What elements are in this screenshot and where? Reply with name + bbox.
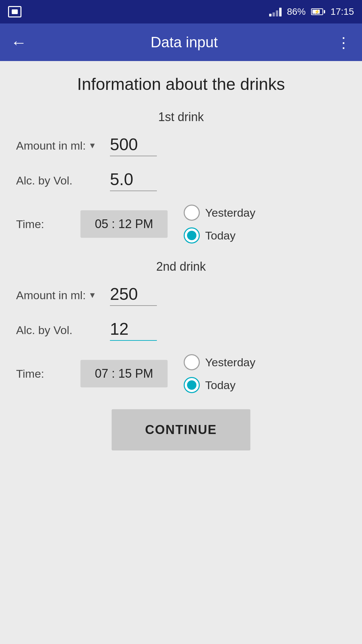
drink2-time-row: Time: 07 : 15 PM Yesterday Today [16, 354, 346, 393]
back-button[interactable]: ← [11, 31, 32, 54]
drink2-amount-row: Amount in ml: ▼ 250 [16, 284, 346, 306]
drink2-alc-input-wrap: 12 [110, 319, 346, 341]
menu-button[interactable]: ⋮ [336, 34, 351, 51]
drink1-yesterday-label: Yesterday [205, 206, 255, 219]
drink2-label: 2nd drink [16, 260, 346, 274]
status-time: 17:15 [330, 6, 354, 17]
battery-bolt: ⚡ [314, 9, 320, 14]
drink2-amount-value[interactable]: 250 [110, 284, 157, 306]
drink1-time-row: Time: 05 : 12 PM Yesterday Today [16, 205, 346, 244]
drink2-today-radio-inner [187, 380, 196, 390]
drink2-section: 2nd drink Amount in ml: ▼ 250 Alc. by Vo… [16, 260, 346, 393]
drink1-day-radio-group: Yesterday Today [184, 205, 255, 244]
continue-button[interactable]: CONTINUE [112, 409, 250, 450]
drink1-today-radio[interactable] [184, 227, 200, 244]
section-title: Information about the drinks [16, 74, 346, 94]
drink1-yesterday-radio[interactable] [184, 205, 200, 221]
app-bar: ← Data input ⋮ [0, 23, 362, 61]
drink1-today-radio-inner [187, 231, 196, 240]
status-bar: 86% ⚡ 17:15 [0, 0, 362, 23]
drink2-today-option[interactable]: Today [184, 377, 255, 393]
drink2-amount-label: Amount in ml: ▼ [16, 289, 110, 302]
drink1-today-option[interactable]: Today [184, 227, 255, 244]
battery-percent: 86% [287, 6, 306, 17]
drink2-time-label: Time: [16, 367, 70, 380]
drink1-time-label: Time: [16, 218, 70, 231]
drink1-amount-value[interactable]: 500 [110, 135, 157, 156]
drink2-alc-label: Alc. by Vol. [16, 324, 110, 337]
drink2-time-button[interactable]: 07 : 15 PM [80, 360, 168, 387]
signal-bar-1 [269, 14, 272, 16]
drink1-label: 1st drink [16, 110, 346, 124]
status-bar-right: 86% ⚡ 17:15 [269, 6, 354, 17]
drink1-amount-row: Amount in ml: ▼ 500 [16, 135, 346, 156]
continue-wrap: CONTINUE [16, 409, 346, 450]
drink2-yesterday-option[interactable]: Yesterday [184, 354, 255, 370]
drink2-yesterday-radio[interactable] [184, 354, 200, 370]
drink2-today-label: Today [205, 379, 236, 392]
drink2-alc-row: Alc. by Vol. 12 [16, 319, 346, 341]
status-bar-left [8, 6, 21, 17]
drink2-yesterday-label: Yesterday [205, 356, 255, 369]
drink1-alc-value[interactable]: 5.0 [110, 170, 157, 191]
drink1-yesterday-option[interactable]: Yesterday [184, 205, 255, 221]
drink2-alc-value[interactable]: 12 [110, 319, 157, 341]
signal-bar-3 [276, 10, 278, 16]
signal-bar-2 [273, 12, 275, 16]
battery-tip [324, 10, 325, 13]
content: Information about the drinks 1st drink A… [0, 61, 362, 464]
drink1-today-label: Today [205, 229, 236, 242]
drink1-amount-label: Amount in ml: ▼ [16, 139, 110, 152]
amount-dropdown-arrow-1[interactable]: ▼ [88, 141, 97, 150]
drink1-section: 1st drink Amount in ml: ▼ 500 Alc. by Vo… [16, 110, 346, 244]
signal-icon [269, 7, 282, 16]
battery-icon: ⚡ [311, 8, 325, 15]
drink1-alc-label: Alc. by Vol. [16, 174, 110, 187]
screenshot-icon [8, 6, 21, 17]
drink1-alc-row: Alc. by Vol. 5.0 [16, 170, 346, 191]
page-title: Data input [32, 34, 336, 51]
drink1-amount-input-wrap: 500 [110, 135, 346, 156]
drink2-today-radio[interactable] [184, 377, 200, 393]
drink1-alc-input-wrap: 5.0 [110, 170, 346, 191]
drink2-amount-input-wrap: 250 [110, 284, 346, 306]
amount-dropdown-arrow-2[interactable]: ▼ [88, 290, 97, 300]
drink1-time-button[interactable]: 05 : 12 PM [80, 210, 168, 238]
battery-body: ⚡ [311, 8, 323, 15]
drink2-day-radio-group: Yesterday Today [184, 354, 255, 393]
signal-bar-4 [279, 8, 282, 16]
